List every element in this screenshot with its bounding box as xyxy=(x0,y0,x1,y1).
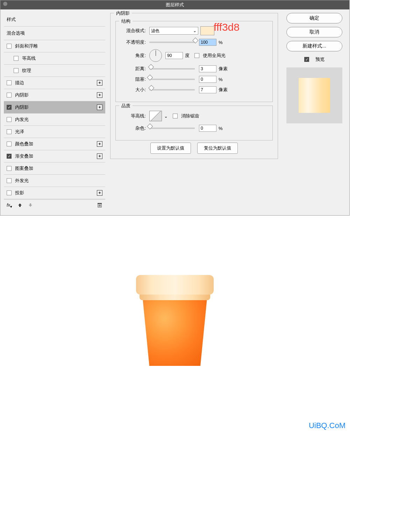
antialias-checkbox[interactable] xyxy=(173,114,178,118)
dialog-title: 图层样式 xyxy=(166,2,184,7)
choke-slider[interactable] xyxy=(149,79,195,80)
cup-body xyxy=(141,298,208,366)
set-default-button[interactable]: 设置为默认值 xyxy=(150,143,191,154)
style-item-6[interactable]: 内发光 xyxy=(4,114,105,126)
close-icon[interactable] xyxy=(3,2,7,6)
add-effect-icon[interactable]: + xyxy=(97,153,102,159)
style-checkbox[interactable] xyxy=(7,117,12,122)
size-slider[interactable] xyxy=(149,89,195,91)
distance-input[interactable] xyxy=(199,65,216,72)
style-label: 描边 xyxy=(15,80,24,86)
style-checkbox[interactable] xyxy=(7,154,12,159)
angle-dial[interactable] xyxy=(149,49,162,62)
preview-label: 预览 xyxy=(315,56,325,63)
style-label: 图案叠加 xyxy=(15,165,33,172)
size-label: 大小: xyxy=(121,87,146,93)
inner-shadow-group: 内阴影 结构 混合模式: 滤色 ⌄ 不透明度: xyxy=(110,13,278,159)
style-label: 颜色叠加 xyxy=(15,141,33,147)
angle-input[interactable] xyxy=(165,52,183,59)
style-checkbox[interactable] xyxy=(7,142,12,146)
opacity-unit: % xyxy=(219,40,223,45)
style-item-3[interactable]: 描边+ xyxy=(4,77,105,89)
style-label: 投影 xyxy=(15,190,24,196)
angle-label: 角度: xyxy=(121,52,146,59)
global-light-label: 使用全局光 xyxy=(203,52,226,59)
shadow-color-swatch[interactable] xyxy=(200,26,214,35)
style-checkbox[interactable] xyxy=(7,129,12,134)
global-light-checkbox[interactable] xyxy=(194,53,199,58)
contour-picker[interactable] xyxy=(149,111,162,121)
angle-unit: 度 xyxy=(185,52,190,59)
svg-rect-0 xyxy=(19,205,21,207)
style-checkbox[interactable] xyxy=(7,166,12,171)
style-checkbox[interactable] xyxy=(7,80,12,85)
noise-slider[interactable] xyxy=(149,128,195,129)
style-label: 光泽 xyxy=(15,129,24,135)
ok-button[interactable]: 确定 xyxy=(286,13,342,23)
style-item-9[interactable]: 渐变叠加+ xyxy=(4,150,105,162)
preview-thumbnail xyxy=(286,67,342,123)
style-item-2[interactable]: 纹理 xyxy=(4,65,105,77)
structure-title: 结构 xyxy=(119,18,133,24)
style-checkbox[interactable] xyxy=(7,44,12,49)
style-label: 内阴影 xyxy=(15,92,29,98)
antialias-label: 消除锯齿 xyxy=(181,113,199,119)
cup-illustration xyxy=(138,275,212,366)
opacity-slider[interactable] xyxy=(149,42,195,43)
blending-options[interactable]: 混合选项 xyxy=(4,27,105,40)
move-down-icon[interactable] xyxy=(28,202,33,209)
style-label: 纹理 xyxy=(22,67,31,74)
reset-default-button[interactable]: 复位为默认值 xyxy=(197,143,238,154)
add-effect-icon[interactable]: + xyxy=(97,190,102,196)
opacity-label: 不透明度: xyxy=(121,39,146,45)
distance-slider[interactable] xyxy=(149,68,195,70)
noise-input[interactable] xyxy=(199,125,216,132)
add-effect-icon[interactable]: + xyxy=(97,92,102,98)
style-label: 内阴影 xyxy=(15,104,29,110)
style-item-8[interactable]: 颜色叠加+ xyxy=(4,138,105,150)
fx-menu-icon[interactable]: fx▾ xyxy=(7,202,12,209)
add-effect-icon[interactable]: + xyxy=(97,104,102,110)
opacity-input[interactable] xyxy=(199,39,216,46)
size-unit: 像素 xyxy=(219,87,228,93)
styles-header[interactable]: 样式 xyxy=(4,13,105,27)
trash-icon[interactable] xyxy=(97,202,102,209)
style-checkbox[interactable] xyxy=(7,105,12,110)
style-item-10[interactable]: 图案叠加 xyxy=(4,162,105,175)
styles-list-panel: 样式 混合选项 斜面和浮雕等高线纹理描边+内阴影+内阴影+内发光光泽颜色叠加+渐… xyxy=(4,13,105,212)
blend-mode-select[interactable]: 滤色 ⌄ xyxy=(149,27,198,35)
quality-group: 品质 等高线: ⌄ 消除锯齿 杂色: % xyxy=(115,106,273,140)
style-checkbox[interactable] xyxy=(14,56,19,61)
cancel-button[interactable]: 取消 xyxy=(286,27,342,37)
structure-group: 结构 混合模式: 滤色 ⌄ 不透明度: % xyxy=(115,21,273,102)
result-preview-area: UiBQ.CoM xyxy=(0,216,350,432)
quality-title: 品质 xyxy=(119,103,133,109)
preview-checkbox[interactable] xyxy=(304,57,309,62)
chevron-down-icon[interactable]: ⌄ xyxy=(164,114,168,119)
chevron-down-icon: ⌄ xyxy=(193,28,197,33)
style-checkbox[interactable] xyxy=(7,93,12,97)
style-item-0[interactable]: 斜面和浮雕 xyxy=(4,40,105,52)
style-label: 渐变叠加 xyxy=(15,153,33,159)
style-item-1[interactable]: 等高线 xyxy=(4,52,105,65)
watermark: UiBQ.CoM xyxy=(309,421,346,430)
style-checkbox[interactable] xyxy=(7,190,12,195)
style-checkbox[interactable] xyxy=(7,178,12,183)
choke-unit: % xyxy=(219,77,223,82)
add-effect-icon[interactable]: + xyxy=(97,141,102,147)
preview-swatch xyxy=(299,78,330,113)
add-effect-icon[interactable]: + xyxy=(97,80,102,86)
style-item-11[interactable]: 外发光 xyxy=(4,175,105,187)
choke-input[interactable] xyxy=(199,76,216,83)
style-item-12[interactable]: 投影+ xyxy=(4,187,105,199)
style-item-4[interactable]: 内阴影+ xyxy=(4,89,105,101)
effect-settings-panel: 内阴影 结构 混合模式: 滤色 ⌄ 不透明度: xyxy=(109,13,279,212)
style-item-5[interactable]: 内阴影+ xyxy=(4,101,105,114)
size-input[interactable] xyxy=(199,86,216,93)
move-up-icon[interactable] xyxy=(17,202,23,209)
choke-label: 阻塞: xyxy=(121,76,146,82)
new-style-button[interactable]: 新建样式... xyxy=(286,41,342,51)
style-checkbox[interactable] xyxy=(14,68,19,73)
blend-mode-value: 滤色 xyxy=(151,28,159,34)
style-item-7[interactable]: 光泽 xyxy=(4,126,105,138)
